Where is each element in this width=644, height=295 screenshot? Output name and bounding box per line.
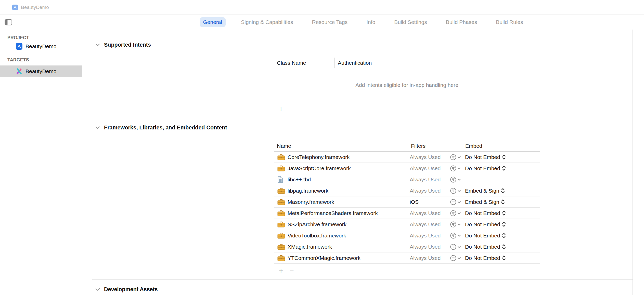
- sidebar-item-project-beautydemo[interactable]: BeautyDemo: [0, 41, 82, 52]
- scroll-top-divider: [92, 35, 633, 35]
- column-header-authentication: Authentication: [334, 58, 540, 68]
- framework-icon: [277, 188, 285, 194]
- stepper-icon: [502, 244, 506, 250]
- filter-dropdown-button[interactable]: [450, 165, 461, 172]
- embed-value: Do Not Embed: [465, 255, 500, 261]
- filter-dropdown-icon: [450, 210, 461, 217]
- frameworks-table-header: Name Filters Embed: [274, 140, 540, 152]
- framework-icon: [277, 210, 285, 216]
- tab-build-phases[interactable]: Build Phases: [442, 17, 481, 27]
- document-icon-slot: [277, 176, 285, 183]
- framework-icon-slot: [277, 232, 285, 239]
- intents-table-actions: + −: [274, 102, 540, 115]
- stepper-slot: [502, 244, 506, 250]
- filter-dropdown-button[interactable]: [450, 221, 461, 228]
- filter-value: Always Used: [410, 221, 441, 227]
- tab-resource-tags[interactable]: Resource Tags: [308, 17, 351, 27]
- embed-popup[interactable]: Do Not Embed: [465, 165, 506, 171]
- tab-build-rules[interactable]: Build Rules: [492, 17, 526, 27]
- framework-name: YTCommonXMagic.framework: [288, 255, 360, 261]
- tab-general[interactable]: General: [200, 17, 226, 27]
- framework-icon: [277, 244, 285, 250]
- disclosure-chevron-icon: [95, 126, 100, 129]
- filter-dropdown-button[interactable]: [450, 255, 461, 261]
- column-header-embed: Embed: [462, 140, 540, 151]
- section-title-frameworks: Frameworks, Libraries, and Embedded Cont…: [104, 125, 227, 131]
- add-framework-button[interactable]: +: [279, 267, 283, 274]
- filter-dropdown-icon: [450, 244, 461, 250]
- sidebar-toggle-icon: [5, 19, 12, 25]
- embed-popup[interactable]: Do Not Embed: [465, 232, 506, 239]
- framework-embed-cell: Do Not Embed: [462, 241, 540, 252]
- filter-dropdown-button[interactable]: [450, 187, 461, 194]
- filter-value: Always Used: [410, 188, 441, 194]
- remove-intent-button[interactable]: −: [290, 105, 294, 113]
- stepper-icon: [501, 199, 505, 205]
- tab-info[interactable]: Info: [363, 17, 379, 27]
- remove-framework-button[interactable]: −: [290, 267, 294, 274]
- framework-name-cell: CoreTelephony.framework: [274, 152, 408, 163]
- toolbar: GeneralSigning & CapabilitiesResource Ta…: [0, 15, 644, 30]
- embed-popup[interactable]: Do Not Embed: [465, 221, 506, 227]
- framework-row[interactable]: MetalPerformanceShaders.framework Always…: [274, 208, 540, 219]
- project-app-icon: [16, 43, 22, 50]
- framework-row[interactable]: Masonry.framework iOS Embed & Sign: [274, 196, 540, 208]
- tab-bar: GeneralSigning & CapabilitiesResource Ta…: [200, 17, 527, 27]
- filter-dropdown-button[interactable]: [450, 154, 461, 160]
- framework-icon-slot: [277, 187, 285, 194]
- embed-value: Embed & Sign: [465, 188, 499, 194]
- filter-dropdown-button[interactable]: [450, 244, 461, 250]
- stepper-slot: [502, 210, 506, 216]
- intents-empty-state: Add intents eligible for in-app handling…: [274, 68, 540, 102]
- window-titlebar: BeautyDemo: [0, 0, 644, 15]
- framework-row[interactable]: libc++.tbd Always Used: [274, 174, 540, 185]
- framework-icon: [277, 165, 285, 171]
- window-title: BeautyDemo: [21, 5, 49, 10]
- filter-value: Always Used: [410, 210, 441, 216]
- stepper-icon: [501, 187, 505, 194]
- column-header-name: Name: [274, 140, 408, 151]
- disclosure-chevron-icon: [95, 288, 100, 291]
- section-title-supported-intents: Supported Intents: [104, 42, 151, 48]
- frameworks-disclosure-button[interactable]: [95, 125, 100, 130]
- framework-row[interactable]: VideoToolbox.framework Always Used Do No…: [274, 230, 540, 241]
- framework-filters-cell: Always Used: [408, 219, 462, 230]
- framework-row[interactable]: XMagic.framework Always Used Do Not Embe…: [274, 241, 540, 252]
- filter-dropdown-button[interactable]: [450, 176, 461, 183]
- section-title-development-assets: Development Assets: [104, 286, 158, 293]
- embed-popup[interactable]: Do Not Embed: [465, 244, 506, 250]
- embed-popup[interactable]: Embed & Sign: [465, 199, 505, 205]
- framework-row[interactable]: CoreTelephony.framework Always Used Do N…: [274, 152, 540, 163]
- framework-row[interactable]: JavaScriptCore.framework Always Used Do …: [274, 163, 540, 174]
- framework-name-cell: JavaScriptCore.framework: [274, 163, 408, 174]
- embed-popup[interactable]: Do Not Embed: [465, 210, 506, 216]
- framework-name-cell: SSZipArchive.framework: [274, 219, 408, 230]
- embed-value: Embed & Sign: [465, 199, 499, 205]
- stepper-slot: [502, 154, 506, 160]
- supported-intents-disclosure-button[interactable]: [95, 42, 100, 47]
- filter-dropdown-button[interactable]: [450, 210, 461, 217]
- framework-name-cell: XMagic.framework: [274, 241, 408, 252]
- framework-row[interactable]: libpag.framework Always Used Embed & Sig…: [274, 185, 540, 196]
- filter-dropdown-button[interactable]: [450, 232, 461, 239]
- framework-embed-cell: Embed & Sign: [462, 196, 540, 207]
- embed-value: Do Not Embed: [465, 244, 500, 250]
- framework-row[interactable]: YTCommonXMagic.framework Always Used Do …: [274, 252, 540, 264]
- framework-name-cell: VideoToolbox.framework: [274, 230, 408, 241]
- filter-dropdown-button[interactable]: [450, 199, 461, 205]
- window-body: PROJECT BeautyDemo TARGETS: [0, 30, 644, 295]
- tab-build-settings[interactable]: Build Settings: [391, 17, 430, 27]
- framework-embed-cell: Do Not Embed: [462, 163, 540, 174]
- embed-popup[interactable]: Embed & Sign: [465, 187, 505, 194]
- sidebar-toggle-button[interactable]: [4, 18, 13, 26]
- sidebar-item-target-beautydemo[interactable]: BeautyDemo: [0, 65, 82, 77]
- stepper-slot: [502, 232, 506, 239]
- section-divider: [92, 118, 633, 118]
- embed-popup[interactable]: Do Not Embed: [465, 255, 506, 261]
- tab-signing-capabilities[interactable]: Signing & Capabilities: [237, 17, 297, 27]
- embed-popup[interactable]: Do Not Embed: [465, 154, 506, 160]
- framework-row[interactable]: SSZipArchive.framework Always Used Do No…: [274, 219, 540, 230]
- add-intent-button[interactable]: +: [279, 105, 283, 113]
- development-assets-disclosure-button[interactable]: [95, 287, 100, 292]
- target-item-label: BeautyDemo: [25, 68, 56, 74]
